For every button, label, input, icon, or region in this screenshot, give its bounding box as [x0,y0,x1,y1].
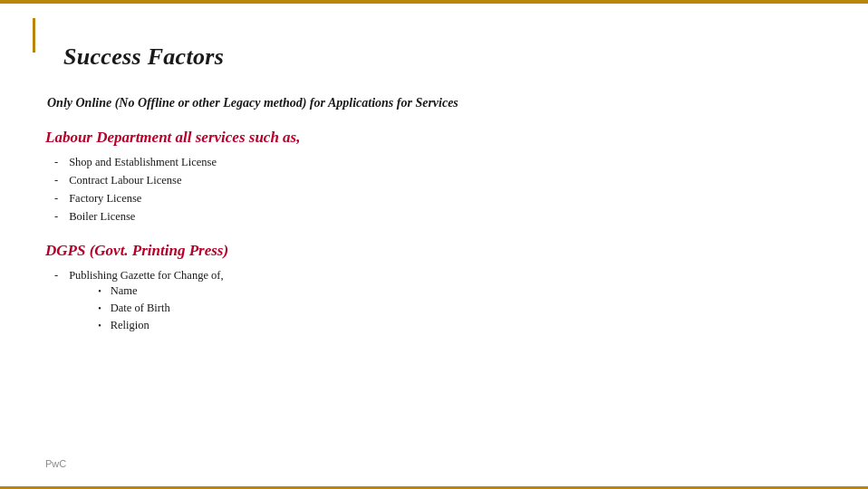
footer: PwC [45,458,66,469]
page-container: Success Factors Only Online (No Offline … [0,0,868,489]
dash-icon: - [54,156,58,169]
section1-heading: Labour Department all services such as, [45,129,823,147]
dash-icon: - [54,269,58,283]
list-item: - Contract Labour License [54,174,823,187]
left-accent [33,18,35,53]
dash-icon: - [54,210,58,224]
title-section: Success Factors [63,43,823,71]
page-title: Success Factors [63,43,823,71]
sub-list: • Name • Date of Birth • Religion [98,284,223,332]
section2: DGPS (Govt. Printing Press) - Publishing… [45,242,823,336]
dash-icon: - [54,174,58,187]
bullet-icon: • [98,303,101,313]
sub-list-item: • Name [98,284,223,298]
bullet-icon: • [98,321,101,331]
section2-list-item: - Publishing Gazette for Change of, • Na… [54,269,823,336]
list-item: - Boiler License [54,210,823,224]
list-item: - Shop and Establishment License [54,156,823,169]
sub-list-item: • Religion [98,319,223,332]
top-border [0,0,868,4]
subtitle-text: Only Online (No Offline or other Legacy … [47,96,823,110]
dash-icon: - [54,192,58,206]
section2-heading: DGPS (Govt. Printing Press) [45,242,823,260]
section1: Labour Department all services such as, … [45,129,823,224]
list-item: - Factory License [54,192,823,206]
bullet-icon: • [98,286,101,296]
sub-list-item: • Date of Birth [98,302,223,315]
